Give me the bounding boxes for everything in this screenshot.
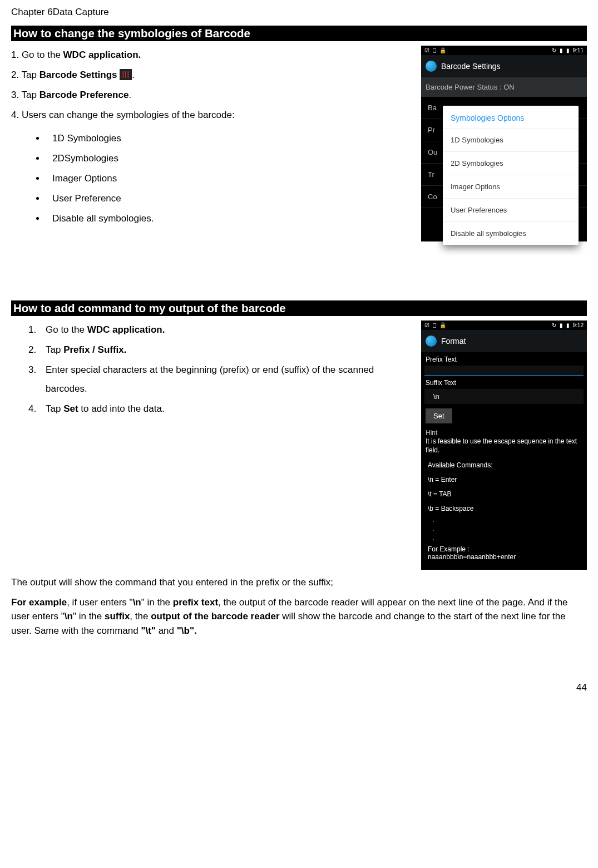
clock: 9:11	[573, 47, 584, 53]
option-1d[interactable]: 1D Symbologies	[443, 128, 579, 151]
signal-icon: ▮	[560, 47, 563, 53]
screenshot-symbologies: ☑ ⎕ 🔒 ↻ ▮ ▮ 9:11 Barcode Settings Barc	[421, 46, 587, 295]
lock-icon: 🔒	[439, 47, 446, 53]
step-3: 3. Tap Barcode Preference.	[11, 86, 416, 105]
list-item: Tap Set to add into the data.	[39, 400, 416, 418]
option-user-pref[interactable]: User Preferences	[443, 198, 579, 221]
example-paragraph: For example, if user enters "\n" in the …	[11, 595, 587, 638]
section1-title: How to change the symbologies of Barcode	[11, 26, 587, 41]
command-row: \n = Enter	[421, 472, 587, 487]
signal-icon: ▮	[560, 322, 563, 328]
status-bar: ☑ ⎕ 🔒 ↻ ▮ ▮ 9:11	[421, 46, 587, 55]
checkbox-icon: ☑	[424, 47, 429, 53]
notification-icon: ⎕	[433, 47, 436, 53]
command-row: \b = Backspace	[421, 501, 587, 516]
lock-icon: 🔒	[439, 322, 446, 328]
list-item: User Preference	[46, 189, 416, 208]
option-2d[interactable]: 2D Symbologies	[443, 151, 579, 175]
clock: 9:12	[573, 322, 584, 328]
set-button[interactable]: Set	[426, 408, 452, 423]
status-bar: ☑ ⎕ 🔒 ↻ ▮ ▮ 9:12	[421, 320, 587, 330]
wdc-icon	[426, 61, 437, 72]
battery-icon: ▮	[566, 322, 570, 328]
steps-list: Go to the WDC application. Tap Prefix / …	[11, 320, 416, 418]
prefix-label: Prefix Text	[421, 352, 587, 366]
app-bar: Barcode Settings	[421, 55, 587, 77]
symbologies-list: 1D Symbologies 2DSymbologies Imager Opti…	[11, 129, 416, 228]
sync-icon: ↻	[552, 47, 556, 53]
commands-title: Available Commands:	[421, 458, 587, 472]
prefix-input[interactable]	[424, 366, 584, 376]
chapter-header: Chapter 6Data Capture	[11, 7, 587, 18]
screenshot-format: ☑ ⎕ 🔒 ↻ ▮ ▮ 9:12 Format Prefix Text Suff…	[421, 320, 587, 570]
page-number: 44	[11, 682, 587, 693]
suffix-label: Suffix Text	[421, 376, 587, 389]
list-item: Go to the WDC application.	[39, 320, 416, 339]
checkbox-icon: ☑	[424, 322, 429, 328]
symbologies-dialog: Symbologies Options 1D Symbologies 2D Sy…	[443, 106, 579, 245]
example-block: For Example : naaanbbb\n=naaanbbb+enter	[421, 542, 587, 578]
list-item: 1D Symbologies	[46, 129, 416, 148]
battery-icon: ▮	[566, 47, 570, 53]
section2-title: How to add command to my output of the b…	[11, 300, 587, 316]
wdc-icon	[426, 336, 437, 347]
app-title: Barcode Settings	[441, 62, 501, 71]
ellipsis: ...	[421, 516, 587, 542]
step-1: 1. Go to the WDC application.	[11, 46, 416, 65]
hint-text: It is feasible to use the escape sequenc…	[421, 437, 587, 458]
list-item: 2DSymbologies	[46, 149, 416, 168]
dialog-title: Symbologies Options	[443, 106, 579, 128]
notification-icon: ⎕	[433, 322, 436, 328]
suffix-input[interactable]: \n	[424, 389, 584, 404]
list-item: Tap Prefix / Suffix.	[39, 341, 416, 359]
barcode-icon	[120, 69, 132, 80]
command-row: \t = TAB	[421, 487, 587, 501]
hint-label: Hint	[421, 428, 587, 437]
list-item: Enter special characters at the beginnin…	[39, 361, 416, 398]
power-status: Barcode Power Status : ON	[421, 77, 587, 97]
app-title: Format	[441, 337, 466, 346]
step-4: 4. Users can change the symbologies of t…	[11, 106, 416, 125]
list-item: Imager Options	[46, 169, 416, 188]
app-bar: Format	[421, 330, 587, 352]
step-2: 2. Tap Barcode Settings .	[11, 66, 416, 85]
option-imager[interactable]: Imager Options	[443, 175, 579, 198]
option-disable-all[interactable]: Disable all symbologies	[443, 221, 579, 245]
list-item: Disable all symbologies.	[46, 209, 416, 228]
sync-icon: ↻	[552, 322, 556, 328]
